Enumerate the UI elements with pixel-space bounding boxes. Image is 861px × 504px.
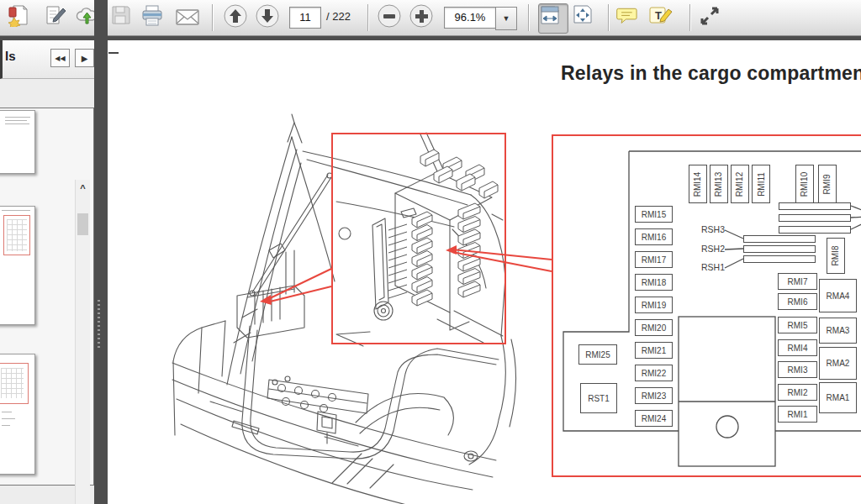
relay-box-RMI12: RMI12 bbox=[731, 165, 749, 203]
toolbar-separator bbox=[689, 4, 691, 31]
relay-box-RMI1: RMI1 bbox=[778, 406, 817, 423]
sign-edit-icon[interactable] bbox=[44, 3, 72, 32]
relay-bar bbox=[743, 235, 816, 243]
relay-bar bbox=[743, 255, 816, 263]
next-page-icon[interactable] bbox=[255, 3, 283, 32]
thumbnail-page[interactable] bbox=[0, 110, 35, 174]
relay-box-RMI19: RMI19 bbox=[635, 297, 673, 313]
relay-box-RMI2: RMI2 bbox=[778, 384, 817, 401]
relay-diagram: RMI14RMI13RMI12RMI11RMI10RMI9RMI15RMI16R… bbox=[108, 40, 861, 504]
print-icon[interactable] bbox=[140, 3, 168, 32]
relay-box-RST1: RST1 bbox=[580, 383, 617, 413]
fit-width-icon[interactable] bbox=[538, 3, 568, 34]
relay-bar bbox=[779, 226, 851, 234]
thumbnail-panel: ^ bbox=[0, 108, 94, 486]
sidebar-scrollbar[interactable]: ^ bbox=[75, 180, 90, 504]
relay-box-RMI7: RMI7 bbox=[778, 273, 817, 290]
sidebar-header: ls ◀◀ ▶ bbox=[0, 40, 97, 79]
scrollbar-thumb[interactable] bbox=[77, 213, 88, 235]
toolbar-separator bbox=[528, 4, 530, 31]
relay-box-RMI6: RMI6 bbox=[778, 293, 817, 310]
fit-page-icon[interactable] bbox=[572, 3, 600, 32]
highlight-text-icon[interactable]: T bbox=[647, 3, 676, 32]
relay-box-RMI3: RMI3 bbox=[778, 361, 817, 378]
email-icon[interactable] bbox=[174, 3, 203, 32]
panel-title-label: ls bbox=[5, 49, 16, 63]
fullscreen-icon[interactable] bbox=[697, 3, 726, 32]
relay-box-RMI14: RMI14 bbox=[689, 165, 707, 203]
relay-box-RMI16: RMI16 bbox=[635, 228, 673, 245]
relay-box-RMI9: RMI9 bbox=[818, 165, 837, 203]
sidebar-splitter[interactable] bbox=[94, 0, 108, 464]
page-number-input[interactable]: 11 bbox=[289, 7, 321, 29]
relay-box-RMA1: RMA1 bbox=[819, 382, 857, 413]
relay-box-RMI20: RMI20 bbox=[635, 319, 673, 336]
next-panel-button[interactable]: ▶ bbox=[75, 49, 94, 67]
splitter-handle[interactable] bbox=[98, 300, 100, 350]
zoom-in-icon[interactable] bbox=[409, 3, 437, 32]
thumbnail-page[interactable] bbox=[0, 206, 35, 325]
relay-box-RMI10: RMI10 bbox=[795, 165, 814, 203]
save-icon[interactable] bbox=[109, 3, 138, 32]
toolbar-separator bbox=[367, 4, 369, 31]
relay-box-RMI22: RMI22 bbox=[635, 365, 673, 381]
thumbnail-page[interactable] bbox=[0, 354, 35, 475]
thumbnails-sidebar: ls ◀◀ ▶ ^ bbox=[0, 40, 94, 504]
relay-box-RMI21: RMI21 bbox=[635, 342, 673, 359]
relay-box-RMI24: RMI24 bbox=[635, 410, 673, 427]
relay-box-RMI15: RMI15 bbox=[635, 206, 673, 223]
previous-page-icon[interactable] bbox=[223, 3, 251, 32]
relay-box-RMI23: RMI23 bbox=[635, 387, 673, 404]
relay-box-RMI4: RMI4 bbox=[778, 339, 817, 356]
relay-label-RSH2: RSH2 bbox=[688, 244, 725, 254]
relay-box-RMI11: RMI11 bbox=[752, 165, 770, 203]
pdf-page: Relays in the cargo compartment bbox=[108, 40, 861, 504]
toolbar-separator bbox=[608, 4, 610, 31]
toolbar: 11 / 222 96.1% ▼ bbox=[0, 0, 861, 36]
relay-bar bbox=[779, 202, 851, 210]
zoom-level-input[interactable]: 96.1% bbox=[444, 7, 496, 29]
relay-box-RMI25: RMI25 bbox=[578, 344, 617, 365]
zoom-dropdown-button[interactable]: ▼ bbox=[495, 7, 517, 30]
relay-box-RMA3: RMA3 bbox=[819, 318, 857, 344]
relay-label-RSH3: RSH3 bbox=[688, 224, 725, 234]
relay-box-RMI5: RMI5 bbox=[778, 317, 817, 333]
relay-box-RMA2: RMA2 bbox=[819, 347, 857, 380]
relay-bar bbox=[743, 245, 816, 253]
relay-label-RSH1: RSH1 bbox=[688, 262, 725, 272]
page-count-label: / 222 bbox=[326, 10, 351, 23]
scroll-up-icon[interactable]: ^ bbox=[77, 183, 89, 197]
collapse-panel-button[interactable]: ◀◀ bbox=[50, 49, 70, 67]
export-pdf-icon[interactable] bbox=[7, 3, 35, 32]
relay-bar bbox=[779, 214, 851, 222]
relay-box-RMA4: RMA4 bbox=[819, 279, 857, 312]
comment-icon[interactable] bbox=[615, 3, 643, 32]
relay-box-RMI17: RMI17 bbox=[635, 251, 673, 268]
relay-box-RMI8: RMI8 bbox=[827, 238, 845, 274]
zoom-out-icon[interactable] bbox=[377, 3, 405, 32]
toolbar-separator bbox=[212, 4, 214, 31]
relay-box-RMI18: RMI18 bbox=[635, 274, 673, 291]
relay-box-RMI13: RMI13 bbox=[710, 165, 728, 203]
